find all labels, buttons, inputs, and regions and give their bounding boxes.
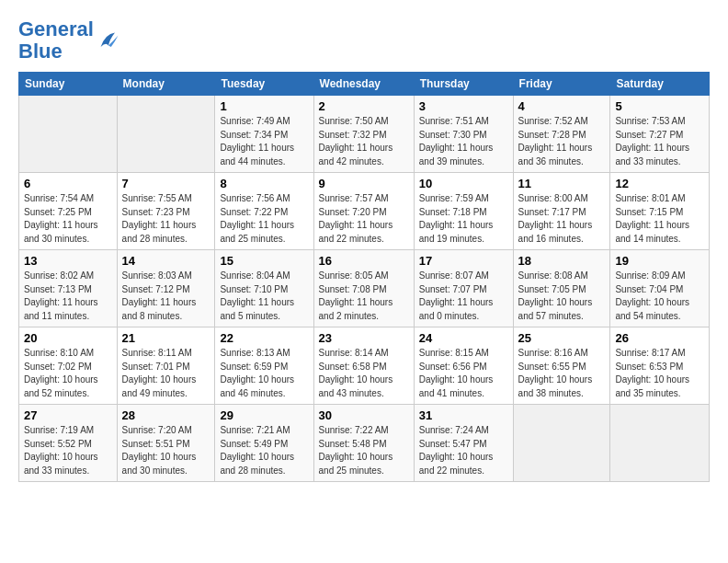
header: General Blue	[18, 15, 710, 63]
day-info: Sunrise: 7:51 AM Sunset: 7:30 PM Dayligh…	[419, 115, 508, 168]
day-number: 1	[220, 99, 308, 113]
day-cell	[117, 96, 215, 173]
day-info: Sunrise: 8:15 AM Sunset: 6:56 PM Dayligh…	[419, 347, 508, 400]
day-number: 10	[419, 177, 508, 190]
day-cell: 31Sunrise: 7:24 AM Sunset: 5:47 PM Dayli…	[414, 405, 513, 482]
day-info: Sunrise: 7:54 AM Sunset: 7:25 PM Dayligh…	[24, 192, 112, 246]
weekday-header-monday: Monday	[117, 73, 215, 96]
day-number: 6	[24, 177, 112, 190]
day-cell: 28Sunrise: 7:20 AM Sunset: 5:51 PM Dayli…	[117, 405, 215, 482]
day-info: Sunrise: 7:59 AM Sunset: 7:18 PM Dayligh…	[419, 192, 508, 246]
weekday-header-saturday: Saturday	[610, 73, 710, 96]
weekday-header-wednesday: Wednesday	[313, 73, 414, 96]
day-number: 11	[518, 177, 606, 190]
day-number: 19	[615, 254, 704, 268]
day-cell: 13Sunrise: 8:02 AM Sunset: 7:13 PM Dayli…	[19, 250, 118, 327]
day-cell: 23Sunrise: 8:14 AM Sunset: 6:58 PM Dayli…	[313, 327, 414, 405]
day-info: Sunrise: 7:24 AM Sunset: 5:47 PM Dayligh…	[419, 424, 508, 477]
day-number: 28	[122, 408, 210, 422]
day-info: Sunrise: 8:16 AM Sunset: 6:55 PM Dayligh…	[518, 347, 606, 400]
day-info: Sunrise: 7:57 AM Sunset: 7:20 PM Dayligh…	[319, 192, 409, 246]
day-info: Sunrise: 8:07 AM Sunset: 7:07 PM Dayligh…	[419, 270, 508, 323]
day-cell: 25Sunrise: 8:16 AM Sunset: 6:55 PM Dayli…	[513, 327, 610, 405]
day-cell: 1Sunrise: 7:49 AM Sunset: 7:34 PM Daylig…	[215, 96, 313, 173]
day-info: Sunrise: 8:05 AM Sunset: 7:08 PM Dayligh…	[319, 270, 409, 323]
day-cell: 10Sunrise: 7:59 AM Sunset: 7:18 PM Dayli…	[414, 173, 513, 250]
day-info: Sunrise: 8:13 AM Sunset: 6:59 PM Dayligh…	[220, 347, 308, 400]
weekday-header-sunday: Sunday	[19, 73, 118, 96]
day-cell: 17Sunrise: 8:07 AM Sunset: 7:07 PM Dayli…	[414, 250, 513, 327]
weekday-header-thursday: Thursday	[414, 73, 513, 96]
logo-bird-icon	[96, 28, 121, 53]
day-cell: 12Sunrise: 8:01 AM Sunset: 7:15 PM Dayli…	[610, 173, 710, 250]
day-cell	[513, 405, 610, 482]
day-number: 17	[419, 254, 508, 268]
day-number: 30	[319, 408, 409, 422]
day-number: 21	[122, 331, 210, 345]
day-cell: 19Sunrise: 8:09 AM Sunset: 7:04 PM Dayli…	[610, 250, 710, 327]
day-cell: 7Sunrise: 7:55 AM Sunset: 7:23 PM Daylig…	[117, 173, 215, 250]
day-cell: 24Sunrise: 8:15 AM Sunset: 6:56 PM Dayli…	[414, 327, 513, 405]
day-cell: 26Sunrise: 8:17 AM Sunset: 6:53 PM Dayli…	[610, 327, 710, 405]
day-cell: 3Sunrise: 7:51 AM Sunset: 7:30 PM Daylig…	[414, 96, 513, 173]
day-number: 4	[518, 99, 606, 113]
weekday-header-friday: Friday	[513, 73, 610, 96]
day-info: Sunrise: 7:49 AM Sunset: 7:34 PM Dayligh…	[220, 115, 308, 168]
day-number: 20	[24, 331, 112, 345]
day-number: 2	[319, 99, 409, 113]
day-number: 9	[319, 177, 409, 190]
day-cell: 2Sunrise: 7:50 AM Sunset: 7:32 PM Daylig…	[313, 96, 414, 173]
day-info: Sunrise: 7:21 AM Sunset: 5:49 PM Dayligh…	[220, 424, 308, 477]
week-row-1: 1Sunrise: 7:49 AM Sunset: 7:34 PM Daylig…	[19, 96, 710, 173]
day-number: 15	[220, 254, 308, 268]
week-row-2: 6Sunrise: 7:54 AM Sunset: 7:25 PM Daylig…	[19, 173, 710, 250]
day-info: Sunrise: 7:53 AM Sunset: 7:27 PM Dayligh…	[615, 115, 704, 168]
day-cell: 21Sunrise: 8:11 AM Sunset: 7:01 PM Dayli…	[117, 327, 215, 405]
day-number: 25	[518, 331, 606, 345]
day-info: Sunrise: 8:03 AM Sunset: 7:12 PM Dayligh…	[122, 270, 210, 323]
day-info: Sunrise: 7:20 AM Sunset: 5:51 PM Dayligh…	[122, 424, 210, 477]
day-info: Sunrise: 8:09 AM Sunset: 7:04 PM Dayligh…	[615, 270, 704, 323]
day-cell: 30Sunrise: 7:22 AM Sunset: 5:48 PM Dayli…	[313, 405, 414, 482]
day-number: 22	[220, 331, 308, 345]
day-number: 31	[419, 408, 508, 422]
day-cell: 18Sunrise: 8:08 AM Sunset: 7:05 PM Dayli…	[513, 250, 610, 327]
day-cell	[610, 405, 710, 482]
week-row-5: 27Sunrise: 7:19 AM Sunset: 5:52 PM Dayli…	[19, 405, 710, 482]
day-cell: 9Sunrise: 7:57 AM Sunset: 7:20 PM Daylig…	[313, 173, 414, 250]
week-row-3: 13Sunrise: 8:02 AM Sunset: 7:13 PM Dayli…	[19, 250, 710, 327]
day-number: 16	[319, 254, 409, 268]
day-number: 18	[518, 254, 606, 268]
day-info: Sunrise: 7:50 AM Sunset: 7:32 PM Dayligh…	[319, 115, 409, 168]
day-number: 24	[419, 331, 508, 345]
day-number: 8	[220, 177, 308, 190]
day-cell: 27Sunrise: 7:19 AM Sunset: 5:52 PM Dayli…	[19, 405, 118, 482]
page: General Blue SundayMondayTuesdayWednesda…	[0, 0, 728, 500]
logo-general: General	[18, 17, 94, 40]
day-info: Sunrise: 8:00 AM Sunset: 7:17 PM Dayligh…	[518, 192, 606, 246]
day-cell: 11Sunrise: 8:00 AM Sunset: 7:17 PM Dayli…	[513, 173, 610, 250]
day-number: 23	[319, 331, 409, 345]
day-info: Sunrise: 7:19 AM Sunset: 5:52 PM Dayligh…	[24, 424, 112, 477]
logo-blue: Blue	[18, 40, 63, 63]
day-number: 7	[122, 177, 210, 190]
day-info: Sunrise: 8:10 AM Sunset: 7:02 PM Dayligh…	[24, 347, 112, 400]
day-number: 5	[615, 99, 704, 113]
logo: General Blue	[18, 18, 121, 63]
day-info: Sunrise: 8:04 AM Sunset: 7:10 PM Dayligh…	[220, 270, 308, 323]
day-cell	[19, 96, 118, 173]
week-row-4: 20Sunrise: 8:10 AM Sunset: 7:02 PM Dayli…	[19, 327, 710, 405]
day-info: Sunrise: 7:22 AM Sunset: 5:48 PM Dayligh…	[319, 424, 409, 477]
day-cell: 8Sunrise: 7:56 AM Sunset: 7:22 PM Daylig…	[215, 173, 313, 250]
day-number: 27	[24, 408, 112, 422]
day-number: 12	[615, 177, 704, 190]
logo-text: General Blue	[18, 18, 94, 63]
day-cell: 6Sunrise: 7:54 AM Sunset: 7:25 PM Daylig…	[19, 173, 118, 250]
day-info: Sunrise: 8:17 AM Sunset: 6:53 PM Dayligh…	[615, 347, 704, 400]
day-cell: 16Sunrise: 8:05 AM Sunset: 7:08 PM Dayli…	[313, 250, 414, 327]
day-info: Sunrise: 8:02 AM Sunset: 7:13 PM Dayligh…	[24, 270, 112, 323]
day-info: Sunrise: 8:14 AM Sunset: 6:58 PM Dayligh…	[319, 347, 409, 400]
day-cell: 29Sunrise: 7:21 AM Sunset: 5:49 PM Dayli…	[215, 405, 313, 482]
calendar-table: SundayMondayTuesdayWednesdayThursdayFrid…	[18, 72, 710, 482]
day-cell: 15Sunrise: 8:04 AM Sunset: 7:10 PM Dayli…	[215, 250, 313, 327]
